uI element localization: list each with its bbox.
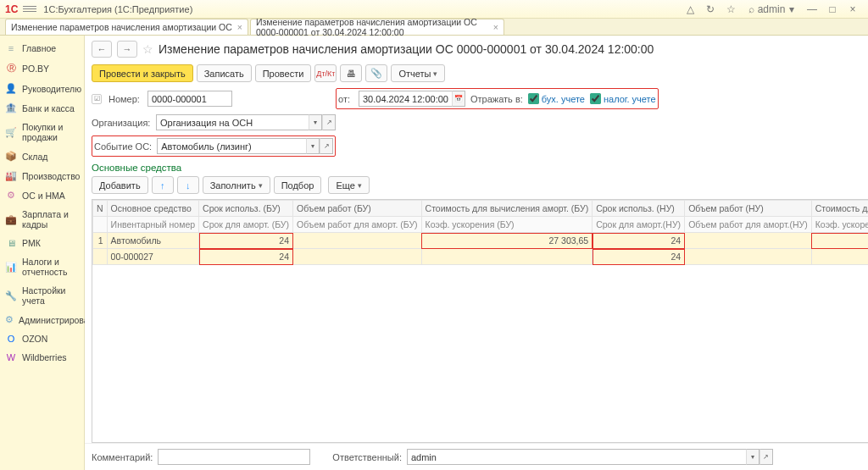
cell-inv[interactable]: 00-000027 [107, 249, 198, 265]
reports-button[interactable]: Отчеты ▾ [391, 64, 445, 82]
attach-button[interactable]: 📎 [365, 64, 387, 82]
open-icon[interactable]: ↗ [760, 449, 773, 465]
open-icon[interactable]: ↗ [320, 138, 333, 154]
cell-stoimost-nu[interactable]: 27 303,65 [811, 233, 868, 249]
add-row-button[interactable]: Добавить [92, 176, 148, 194]
sidebar-label: PO.BY [22, 64, 49, 74]
open-icon[interactable]: ↗ [322, 114, 336, 130]
post-button[interactable]: Провести [255, 64, 312, 82]
move-up-button[interactable]: ↑ [152, 176, 174, 194]
table-more-button[interactable]: Еще▾ [328, 176, 369, 194]
chevron-down-icon[interactable]: ▾ [309, 114, 322, 130]
cell-n[interactable]: 1 [93, 233, 108, 249]
cell-os[interactable]: Автомобиль [107, 233, 198, 249]
pick-button[interactable]: Подбор [274, 176, 322, 194]
section-title: Основные средства [85, 159, 868, 173]
nav-back-button[interactable]: ← [92, 41, 112, 58]
nav-forward-button[interactable]: → [117, 41, 137, 58]
col-obyem-amort-nu[interactable]: Объем работ для аморт.(НУ) [685, 217, 812, 233]
sidebar-label: OZON [22, 334, 47, 344]
date-field[interactable] [359, 91, 452, 107]
col-srok-bu[interactable]: Срок использ. (БУ) [199, 201, 293, 217]
cell-srok-bu[interactable]: 24 [199, 233, 293, 249]
sidebar-icon: 🏦 [5, 102, 17, 113]
col-inv[interactable]: Инвентарный номер [107, 217, 198, 233]
maximize-icon[interactable]: □ [825, 2, 840, 17]
favorite-star-icon[interactable]: ☆ [142, 42, 153, 56]
sidebar-item-9[interactable]: 🖥РМК [0, 234, 84, 252]
sidebar-item-13[interactable]: OOZON [0, 329, 84, 348]
col-n[interactable]: N [93, 201, 108, 217]
calendar-icon[interactable]: 📅 [452, 91, 465, 107]
sidebar-item-8[interactable]: 💼Зарплата и кадры [0, 205, 84, 234]
sidebar-item-5[interactable]: 📦Склад [0, 147, 84, 166]
number-field[interactable] [147, 91, 232, 107]
close-window-icon[interactable]: × [845, 2, 860, 17]
data-grid[interactable]: N Основное средство Срок использ. (БУ) О… [92, 199, 868, 443]
cell-srok-amort-nu[interactable]: 24 [593, 249, 685, 265]
sidebar-icon: Ⓡ [5, 62, 17, 75]
cell-koef-nu[interactable] [811, 249, 868, 265]
sidebar-item-14[interactable]: WWildberries [0, 348, 84, 367]
organization-field[interactable] [156, 114, 309, 130]
notifications-icon[interactable]: △ [682, 2, 698, 17]
col-srok-nu[interactable]: Срок использ. (НУ) [593, 201, 685, 217]
dtkt-button[interactable]: Дт/Кт [314, 64, 337, 82]
cell-obyem-nu[interactable] [685, 233, 812, 249]
tab-close-icon[interactable]: × [237, 22, 242, 32]
cell-obyem-bu[interactable] [293, 233, 422, 249]
table-row[interactable]: 1 Автомобиль 24 27 303,65 24 27 303,65 [93, 233, 869, 249]
sidebar-item-10[interactable]: 📊Налоги и отчетность [0, 252, 84, 281]
cell-koef-bu[interactable] [421, 249, 593, 265]
col-koef-bu[interactable]: Коэф. ускорения (БУ) [421, 217, 593, 233]
cell-obyem-amort-bu[interactable] [293, 249, 422, 265]
reflect-nu-checkbox[interactable]: налог. учете [590, 93, 656, 104]
user-dropdown-icon[interactable]: ▾ [784, 2, 799, 17]
responsible-field[interactable] [407, 449, 746, 465]
move-down-button[interactable]: ↓ [177, 176, 199, 194]
responsible-combo: ▾ ↗ [407, 449, 773, 465]
sidebar-item-6[interactable]: 🏭Производство [0, 166, 84, 185]
sidebar-item-7[interactable]: ⚙ОС и НМА [0, 185, 84, 205]
cell-stoimost-bu[interactable]: 27 303,65 [421, 233, 593, 249]
post-and-close-button[interactable]: Провести и закрыть [92, 64, 193, 82]
sidebar-item-3[interactable]: 🏦Банк и касса [0, 98, 84, 118]
col-obyem-bu[interactable]: Объем работ (БУ) [293, 201, 422, 217]
event-os-field[interactable] [157, 138, 306, 154]
col-koef-nu[interactable]: Коэф. ускорения (НУ) [811, 217, 868, 233]
cell-srok-amort-bu[interactable]: 24 [199, 249, 293, 265]
col-stoimost-nu[interactable]: Стоимость для вычисления аморт. (НУ) [811, 201, 868, 217]
tab-close-icon[interactable]: × [493, 22, 498, 32]
table-row-sub[interactable]: 00-000027 24 24 [93, 249, 869, 265]
sidebar-item-11[interactable]: 🔧Настройки учета [0, 281, 84, 310]
search-icon[interactable]: ⌕ [743, 2, 759, 17]
col-srok-amort-nu[interactable]: Срок для аморт.(НУ) [593, 217, 685, 233]
cell-obyem-amort-nu[interactable] [685, 249, 812, 265]
cell-srok-nu[interactable]: 24 [593, 233, 685, 249]
minimize-icon[interactable]: — [804, 2, 820, 17]
window-tab-active[interactable]: Изменение параметров начисления амортиза… [250, 19, 504, 35]
comment-field[interactable] [158, 449, 310, 465]
chevron-down-icon[interactable]: ▾ [306, 138, 320, 154]
print-button[interactable]: 🖶 [340, 64, 362, 82]
reflect-bu-checkbox[interactable]: бух. учете [528, 93, 585, 104]
favorites-icon[interactable]: ☆ [723, 2, 738, 17]
sidebar-item-1[interactable]: ⓇPO.BY [0, 58, 84, 79]
window-title: 1С:Бухгалтерия (1С:Предприятие) [43, 4, 192, 14]
col-obyem-amort-bu[interactable]: Объем работ для аморт. (БУ) [293, 217, 422, 233]
fill-button[interactable]: Заполнить▾ [203, 176, 270, 194]
history-icon[interactable]: ↻ [703, 2, 718, 17]
col-os[interactable]: Основное средство [107, 201, 198, 217]
sidebar-item-4[interactable]: 🛒Покупки и продажи [0, 118, 84, 147]
col-srok-amort-bu[interactable]: Срок для аморт. (БУ) [199, 217, 293, 233]
menu-burger-icon[interactable] [23, 3, 36, 16]
write-button[interactable]: Записать [197, 64, 252, 82]
col-obyem-nu[interactable]: Объем работ (НУ) [685, 201, 812, 217]
sidebar-item-0[interactable]: ≡Главное [0, 39, 84, 58]
sidebar-item-12[interactable]: ⚙Администрирование [0, 310, 84, 329]
window-tab[interactable]: Изменение параметров начисления амортиза… [5, 19, 248, 35]
sidebar-item-2[interactable]: 👤Руководителю [0, 79, 84, 98]
user-label[interactable]: admin [764, 2, 779, 17]
chevron-down-icon[interactable]: ▾ [746, 449, 760, 465]
col-stoimost-bu[interactable]: Стоимость для вычисления аморт. (БУ) [421, 201, 593, 217]
